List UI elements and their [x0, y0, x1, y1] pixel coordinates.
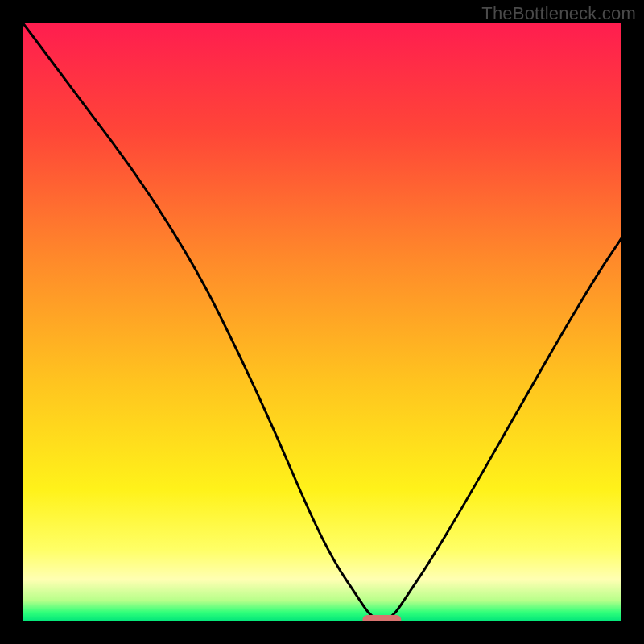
chart-frame: TheBottleneck.com	[0, 0, 644, 644]
gradient-background	[23, 23, 621, 621]
watermark-text: TheBottleneck.com	[481, 3, 636, 24]
chart-plot-area	[23, 23, 621, 621]
optimal-marker	[362, 615, 401, 621]
chart-svg	[23, 23, 621, 621]
